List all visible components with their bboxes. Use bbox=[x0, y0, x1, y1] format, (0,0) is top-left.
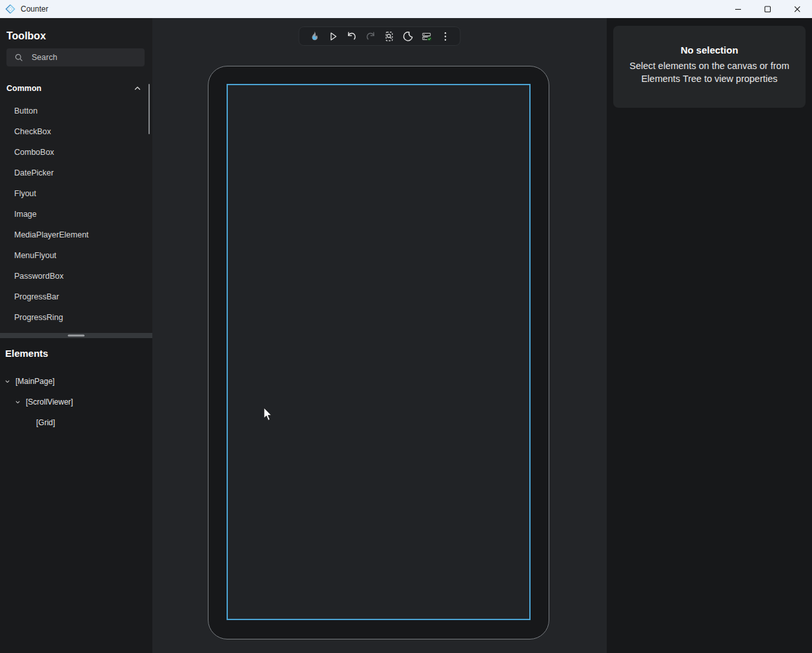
toolbox-title: Toolbox bbox=[6, 30, 46, 42]
toolbox-item-flyout[interactable]: Flyout bbox=[0, 183, 152, 204]
toolbox-search-box[interactable] bbox=[6, 48, 145, 66]
hot-design-button[interactable] bbox=[306, 28, 323, 45]
maximize-button[interactable] bbox=[753, 0, 782, 18]
flame-icon bbox=[307, 30, 321, 43]
no-selection-card: No selection Select elements on the canv… bbox=[613, 26, 806, 108]
undo-button[interactable] bbox=[343, 28, 360, 45]
no-selection-title: No selection bbox=[613, 45, 806, 55]
close-button[interactable] bbox=[782, 0, 812, 18]
redo-button[interactable] bbox=[362, 28, 379, 45]
kebab-menu-icon bbox=[438, 30, 452, 43]
tree-item-label: [Grid] bbox=[36, 418, 55, 427]
connection-status-icon bbox=[420, 30, 433, 43]
chevron-down-icon[interactable] bbox=[14, 398, 21, 406]
moon-icon bbox=[401, 30, 414, 43]
toolbox-section-label: Common bbox=[6, 84, 41, 93]
canvas-toolbar bbox=[299, 26, 461, 46]
toolbox-item-mediaplayerelement[interactable]: MediaPlayerElement bbox=[0, 225, 152, 245]
toolbox-section-common[interactable]: Common bbox=[6, 81, 142, 96]
more-options-button[interactable] bbox=[437, 28, 454, 45]
play-button[interactable] bbox=[325, 28, 341, 45]
toolbox-scrollbar[interactable] bbox=[148, 84, 150, 134]
toolbox-item-button[interactable]: Button bbox=[0, 101, 152, 121]
toolbox-panel: Toolbox Common Button CheckBox ComboBox … bbox=[0, 18, 152, 333]
tree-item-mainpage[interactable]: [MainPage] bbox=[0, 371, 152, 392]
properties-panel: No selection Select elements on the canv… bbox=[607, 18, 812, 653]
tree-item-grid[interactable]: [Grid] bbox=[0, 412, 152, 433]
toolbox-item-datepicker[interactable]: DatePicker bbox=[0, 163, 152, 183]
maximize-icon bbox=[760, 1, 775, 17]
zoom-selection-button[interactable] bbox=[381, 28, 398, 45]
search-icon bbox=[14, 53, 24, 63]
tree-item-label: [ScrollViewer] bbox=[26, 397, 73, 407]
toolbox-item-progressring[interactable]: ProgressRing bbox=[0, 307, 152, 328]
tree-item-label: [MainPage] bbox=[15, 377, 55, 386]
toolbox-item-checkbox[interactable]: CheckBox bbox=[0, 121, 152, 142]
splitter-handle-icon bbox=[68, 335, 85, 337]
window-controls bbox=[723, 0, 812, 18]
canvas-root-grid[interactable] bbox=[227, 84, 531, 620]
chevron-down-icon[interactable] bbox=[3, 377, 11, 385]
chevron-up-icon bbox=[133, 84, 142, 93]
toolbox-item-progressbar[interactable]: ProgressBar bbox=[0, 286, 152, 307]
minimize-button[interactable] bbox=[723, 0, 753, 18]
no-selection-message: Select elements on the canvas or from El… bbox=[623, 59, 796, 85]
design-canvas[interactable] bbox=[152, 18, 607, 653]
toolbox-item-list: Button CheckBox ComboBox DatePicker Flyo… bbox=[0, 101, 152, 328]
minimize-icon bbox=[730, 1, 746, 17]
toolbox-item-combobox[interactable]: ComboBox bbox=[0, 142, 152, 163]
toolbox-item-menuflyout[interactable]: MenuFlyout bbox=[0, 245, 152, 266]
close-icon bbox=[789, 1, 805, 17]
elements-title: Elements bbox=[5, 348, 48, 359]
undo-icon bbox=[345, 30, 358, 43]
app-logo-icon bbox=[5, 4, 15, 14]
toolbox-search-input[interactable] bbox=[32, 53, 128, 62]
redo-icon bbox=[363, 30, 377, 43]
play-icon bbox=[326, 30, 340, 43]
window-title: Counter bbox=[21, 5, 48, 14]
toolbox-item-image[interactable]: Image bbox=[0, 204, 152, 225]
elements-panel: Elements [MainPage] [ScrollViewer] bbox=[0, 338, 152, 653]
titlebar: Counter bbox=[0, 0, 812, 18]
toolbox-item-passwordbox[interactable]: PasswordBox bbox=[0, 266, 152, 286]
panel-splitter[interactable] bbox=[0, 333, 152, 338]
device-frame bbox=[208, 66, 549, 639]
connection-status-button[interactable] bbox=[418, 28, 435, 45]
tree-item-scrollviewer[interactable]: [ScrollViewer] bbox=[0, 392, 152, 412]
left-sidebar: Toolbox Common Button CheckBox ComboBox … bbox=[0, 18, 152, 653]
zoom-selection-icon bbox=[382, 30, 396, 43]
theme-toggle-button[interactable] bbox=[400, 28, 416, 45]
